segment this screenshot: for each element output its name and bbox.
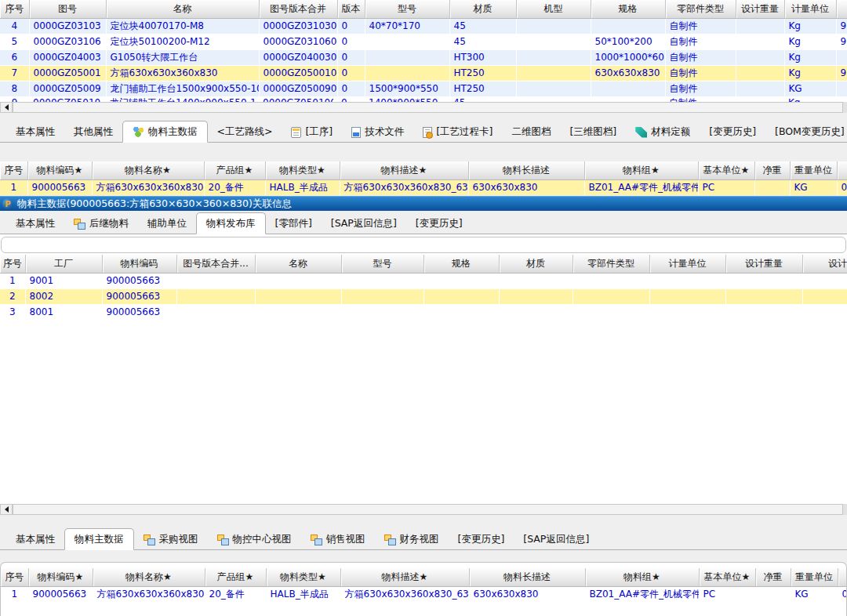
column-header[interactable]: 计量单位 <box>784 0 836 18</box>
table-cell[interactable]: 自制件 <box>665 49 736 65</box>
column-header[interactable]: 规格 <box>591 0 665 18</box>
column-header[interactable]: 基本单位★ <box>698 161 754 179</box>
table-cell[interactable]: 45 <box>449 34 516 49</box>
table-cell[interactable] <box>424 273 499 288</box>
scrollbar-thumb[interactable] <box>13 504 843 515</box>
tab-process-card[interactable]: [工艺过程卡] <box>413 122 502 142</box>
table-cell[interactable] <box>176 288 255 304</box>
table-cell[interactable]: 1500*900*550 <box>365 81 449 96</box>
table-cell[interactable]: 9 <box>836 65 847 81</box>
table-cell[interactable] <box>516 96 591 102</box>
tab-finance-view[interactable]: 财务视图 <box>375 530 449 549</box>
table-cell[interactable]: 方箱630x630x360x830 <box>92 179 204 195</box>
horizontal-scrollbar-top[interactable] <box>0 102 847 113</box>
column-header[interactable] <box>838 568 847 586</box>
tab-2d-drawing[interactable]: 二维图档 <box>502 122 560 142</box>
column-header[interactable]: 净重 <box>754 161 790 179</box>
table-cell[interactable]: 00 <box>838 586 847 602</box>
table-cell[interactable] <box>499 288 573 304</box>
table-cell[interactable]: 5 <box>0 34 29 49</box>
table-cell[interactable]: 自制件 <box>665 18 736 34</box>
tab-mc-center-view[interactable]: 物控中心视图 <box>208 530 301 549</box>
table-cell[interactable]: 45 <box>449 18 516 34</box>
table-cell[interactable]: 6 <box>0 49 29 65</box>
column-header[interactable]: 规格 <box>424 255 499 273</box>
table-cell[interactable]: HT250 <box>449 65 516 81</box>
table-cell[interactable] <box>754 179 790 195</box>
table-cell[interactable] <box>573 288 649 304</box>
column-header[interactable] <box>836 0 847 18</box>
column-header[interactable]: 产品组★ <box>205 568 266 586</box>
table-cell[interactable] <box>499 273 573 288</box>
table-cell[interactable]: 2 <box>0 288 25 304</box>
table-cell[interactable] <box>516 65 591 81</box>
tab-change-history[interactable]: [变更历史] <box>449 530 514 549</box>
table-cell[interactable] <box>499 304 573 320</box>
table-cell[interactable] <box>836 81 847 96</box>
table-cell[interactable]: 20_备件 <box>205 586 266 602</box>
table-cell[interactable]: Kg <box>784 34 836 49</box>
tab-tech-file[interactable]: 技术文件 <box>342 122 413 142</box>
table-cell[interactable]: 4 <box>0 18 29 34</box>
table-cell[interactable] <box>725 304 802 320</box>
column-header[interactable]: 序号 <box>1 568 28 586</box>
table-cell[interactable] <box>516 49 591 65</box>
tab-successor-material[interactable]: 后继物料 <box>64 214 138 234</box>
column-header[interactable]: 型号 <box>365 0 449 18</box>
table-cell[interactable] <box>176 304 255 320</box>
column-header[interactable]: 物料编码★ <box>28 568 93 586</box>
table-cell[interactable]: 0 <box>337 96 365 102</box>
table-cell[interactable] <box>516 34 591 49</box>
table-cell[interactable]: 45 <box>449 96 516 102</box>
column-header[interactable]: 物料组★ <box>584 161 698 179</box>
table-cell[interactable]: 自制件 <box>665 34 736 49</box>
column-header[interactable]: 名称 <box>255 255 341 273</box>
table-cell[interactable] <box>255 304 341 320</box>
table-cell[interactable] <box>424 288 499 304</box>
table-cell[interactable]: 3 <box>0 304 25 320</box>
table-cell[interactable]: BZ01_AA#零件_机械零件... <box>585 586 699 602</box>
column-header[interactable]: 物料编码 <box>102 255 176 273</box>
column-header[interactable]: 版本 <box>337 0 365 18</box>
column-header[interactable]: 型号 <box>341 255 424 273</box>
column-header[interactable]: 物料描述★ <box>340 161 468 179</box>
tab-purchase-view[interactable]: 采购视图 <box>134 530 208 549</box>
table-cell[interactable] <box>736 18 784 34</box>
table-cell[interactable]: 20_备件 <box>204 179 265 195</box>
column-header[interactable]: 物料类型★ <box>265 161 340 179</box>
tab-basic-props[interactable]: 基本属性 <box>6 530 64 549</box>
table-cell[interactable] <box>736 81 784 96</box>
table-cell[interactable] <box>802 288 847 304</box>
table-cell[interactable] <box>341 273 424 288</box>
column-header[interactable]: 物料组★ <box>585 568 699 586</box>
column-header[interactable]: 零部件类型 <box>573 255 649 273</box>
table-cell[interactable]: 40*70*170 <box>365 18 449 34</box>
table-row[interactable]: 38001900005663 <box>0 304 847 320</box>
tab-sales-view[interactable]: 销售视图 <box>301 530 375 549</box>
column-header[interactable]: 物料编码★ <box>27 161 92 179</box>
table-cell[interactable]: 900005663 <box>27 179 92 195</box>
table-cell[interactable]: 定位块50100200-M12 <box>106 34 259 49</box>
table-cell[interactable]: 630x630x830 <box>469 586 585 602</box>
table-cell[interactable]: 0000GZ050010 <box>259 65 337 81</box>
table-cell[interactable]: KG <box>784 81 836 96</box>
table-cell[interactable]: HT250 <box>449 81 516 96</box>
table-cell[interactable] <box>341 288 424 304</box>
table-cell[interactable]: 0000GZ05009 <box>29 81 106 96</box>
table-cell[interactable]: HALB_半成品 <box>266 586 340 602</box>
table-cell[interactable]: 0 <box>337 65 365 81</box>
column-header[interactable]: 材质 <box>449 0 516 18</box>
column-header[interactable]: 产品组★ <box>204 161 265 179</box>
column-header[interactable]: 重量单位 <box>790 161 837 179</box>
table-row[interactable]: 60000GZ04003G1050转大隈工作台0000GZ0400300HT30… <box>0 49 847 65</box>
table-cell[interactable]: 900005663 <box>102 273 176 288</box>
table-cell[interactable]: 0000GZ050100 <box>259 96 337 102</box>
table-cell[interactable]: 50*100*200 <box>591 34 665 49</box>
table-cell[interactable] <box>365 34 449 49</box>
column-header[interactable]: 物料名称★ <box>92 161 204 179</box>
tab-basic-props[interactable]: 基本属性 <box>6 214 64 234</box>
table-cell[interactable]: 8 <box>0 81 29 96</box>
table-cell[interactable]: HALB_半成品 <box>265 179 340 195</box>
table-cell[interactable] <box>424 304 499 320</box>
column-header[interactable]: 物料描述★ <box>340 568 469 586</box>
